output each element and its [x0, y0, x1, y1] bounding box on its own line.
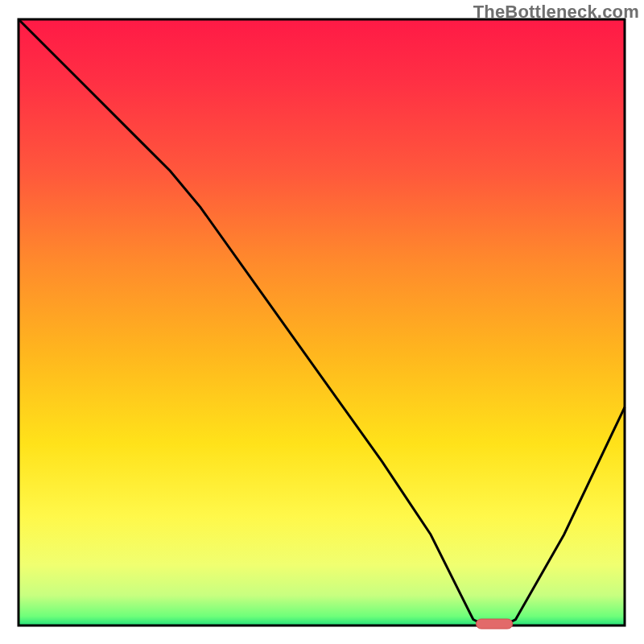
watermark-text: TheBottleneck.com: [473, 2, 639, 23]
optimal-marker: [477, 619, 513, 629]
chart-canvas: TheBottleneck.com: [0, 0, 644, 644]
bottleneck-curve: [19, 19, 625, 625]
plot-overlay: [0, 0, 644, 644]
